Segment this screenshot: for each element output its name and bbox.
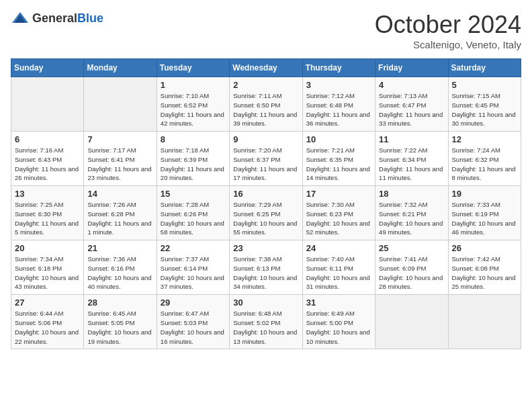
day-info: Sunrise: 7:11 AMSunset: 6:50 PMDaylight:… xyxy=(233,91,298,128)
day-info: Sunrise: 7:26 AMSunset: 6:28 PMDaylight:… xyxy=(87,200,152,237)
calendar-cell: 14 Sunrise: 7:26 AMSunset: 6:28 PMDaylig… xyxy=(84,186,157,240)
day-info: Sunrise: 7:36 AMSunset: 6:16 PMDaylight:… xyxy=(87,255,152,291)
calendar-cell: 16 Sunrise: 7:29 AMSunset: 6:25 PMDaylig… xyxy=(230,186,302,240)
day-info: Sunrise: 7:33 AMSunset: 6:19 PMDaylight:… xyxy=(452,200,517,237)
weekday-header: Sunday xyxy=(11,59,84,77)
calendar-cell: 6 Sunrise: 7:16 AMSunset: 6:43 PMDayligh… xyxy=(11,132,84,186)
logo: GeneralBlue xyxy=(11,11,103,26)
page-header: GeneralBlue October 2024 Scaltenigo, Ven… xyxy=(11,11,521,50)
day-info: Sunrise: 6:45 AMSunset: 5:05 PMDaylight:… xyxy=(87,309,152,346)
calendar-week-row: 13 Sunrise: 7:25 AMSunset: 6:30 PMDaylig… xyxy=(11,186,521,240)
day-info: Sunrise: 7:40 AMSunset: 6:11 PMDaylight:… xyxy=(306,255,371,291)
calendar-cell: 29 Sunrise: 6:47 AMSunset: 5:03 PMDaylig… xyxy=(157,295,229,349)
day-info: Sunrise: 7:25 AMSunset: 6:30 PMDaylight:… xyxy=(15,200,80,237)
calendar-cell: 15 Sunrise: 7:28 AMSunset: 6:26 PMDaylig… xyxy=(157,186,229,240)
calendar-cell: 30 Sunrise: 6:48 AMSunset: 5:02 PMDaylig… xyxy=(230,295,302,349)
day-info: Sunrise: 7:28 AMSunset: 6:26 PMDaylight:… xyxy=(161,200,226,237)
day-number: 22 xyxy=(161,243,226,253)
day-info: Sunrise: 7:20 AMSunset: 6:37 PMDaylight:… xyxy=(233,146,298,183)
day-number: 9 xyxy=(233,134,298,144)
day-number: 8 xyxy=(161,134,226,144)
calendar-cell: 21 Sunrise: 7:36 AMSunset: 6:16 PMDaylig… xyxy=(84,240,157,295)
day-info: Sunrise: 7:12 AMSunset: 6:48 PMDaylight:… xyxy=(306,91,371,128)
day-info: Sunrise: 7:22 AMSunset: 6:34 PMDaylight:… xyxy=(379,146,444,183)
day-info: Sunrise: 7:30 AMSunset: 6:23 PMDaylight:… xyxy=(306,200,371,237)
calendar-cell: 31 Sunrise: 6:49 AMSunset: 5:00 PMDaylig… xyxy=(302,295,375,349)
calendar-cell: 1 Sunrise: 7:10 AMSunset: 6:52 PMDayligh… xyxy=(157,77,229,132)
day-info: Sunrise: 6:48 AMSunset: 5:02 PMDaylight:… xyxy=(233,309,298,346)
calendar-cell xyxy=(448,295,521,349)
day-number: 27 xyxy=(15,298,80,308)
day-number: 7 xyxy=(87,134,152,144)
calendar-cell: 4 Sunrise: 7:13 AMSunset: 6:47 PMDayligh… xyxy=(375,77,448,132)
calendar-cell: 19 Sunrise: 7:33 AMSunset: 6:19 PMDaylig… xyxy=(448,186,521,240)
calendar-cell: 3 Sunrise: 7:12 AMSunset: 6:48 PMDayligh… xyxy=(302,77,375,132)
day-info: Sunrise: 7:13 AMSunset: 6:47 PMDaylight:… xyxy=(379,91,444,128)
day-number: 12 xyxy=(452,134,517,144)
calendar-cell xyxy=(84,77,157,132)
calendar-cell: 20 Sunrise: 7:34 AMSunset: 6:18 PMDaylig… xyxy=(11,240,84,295)
calendar-cell: 10 Sunrise: 7:21 AMSunset: 6:35 PMDaylig… xyxy=(302,132,375,186)
day-number: 2 xyxy=(233,80,298,90)
calendar-cell: 13 Sunrise: 7:25 AMSunset: 6:30 PMDaylig… xyxy=(11,186,84,240)
day-number: 19 xyxy=(452,189,517,199)
calendar-week-row: 1 Sunrise: 7:10 AMSunset: 6:52 PMDayligh… xyxy=(11,77,521,132)
day-number: 16 xyxy=(233,189,298,199)
weekday-header: Friday xyxy=(375,59,448,77)
day-info: Sunrise: 6:44 AMSunset: 5:06 PMDaylight:… xyxy=(15,309,80,346)
day-info: Sunrise: 7:15 AMSunset: 6:45 PMDaylight:… xyxy=(452,91,517,128)
day-info: Sunrise: 7:16 AMSunset: 6:43 PMDaylight:… xyxy=(15,146,80,183)
calendar-cell: 22 Sunrise: 7:37 AMSunset: 6:14 PMDaylig… xyxy=(157,240,229,295)
day-info: Sunrise: 7:24 AMSunset: 6:32 PMDaylight:… xyxy=(452,146,517,183)
day-info: Sunrise: 7:42 AMSunset: 6:08 PMDaylight:… xyxy=(452,255,517,291)
day-number: 15 xyxy=(161,189,226,199)
day-number: 4 xyxy=(379,80,444,90)
calendar-cell: 17 Sunrise: 7:30 AMSunset: 6:23 PMDaylig… xyxy=(302,186,375,240)
weekday-header: Saturday xyxy=(448,59,521,77)
day-number: 23 xyxy=(233,243,298,253)
day-number: 28 xyxy=(87,298,152,308)
day-number: 29 xyxy=(161,298,226,308)
day-info: Sunrise: 7:10 AMSunset: 6:52 PMDaylight:… xyxy=(161,91,226,128)
calendar-cell: 18 Sunrise: 7:32 AMSunset: 6:21 PMDaylig… xyxy=(375,186,448,240)
day-number: 31 xyxy=(306,298,371,308)
day-number: 13 xyxy=(15,189,80,199)
day-info: Sunrise: 6:49 AMSunset: 5:00 PMDaylight:… xyxy=(306,309,371,346)
day-number: 26 xyxy=(452,243,517,253)
calendar-cell: 28 Sunrise: 6:45 AMSunset: 5:05 PMDaylig… xyxy=(84,295,157,349)
location-subtitle: Scaltenigo, Veneto, Italy xyxy=(375,39,521,50)
day-number: 25 xyxy=(379,243,444,253)
day-info: Sunrise: 7:29 AMSunset: 6:25 PMDaylight:… xyxy=(233,200,298,237)
calendar-cell: 24 Sunrise: 7:40 AMSunset: 6:11 PMDaylig… xyxy=(302,240,375,295)
day-info: Sunrise: 7:18 AMSunset: 6:39 PMDaylight:… xyxy=(161,146,226,183)
day-number: 18 xyxy=(379,189,444,199)
month-title: October 2024 xyxy=(375,11,521,39)
calendar-cell: 26 Sunrise: 7:42 AMSunset: 6:08 PMDaylig… xyxy=(448,240,521,295)
day-number: 14 xyxy=(87,189,152,199)
title-area: October 2024 Scaltenigo, Veneto, Italy xyxy=(375,11,521,50)
calendar-cell: 8 Sunrise: 7:18 AMSunset: 6:39 PMDayligh… xyxy=(157,132,229,186)
weekday-header: Monday xyxy=(84,59,157,77)
calendar-cell xyxy=(375,295,448,349)
day-number: 5 xyxy=(452,80,517,90)
day-number: 1 xyxy=(161,80,226,90)
day-number: 20 xyxy=(15,243,80,253)
day-info: Sunrise: 6:47 AMSunset: 5:03 PMDaylight:… xyxy=(161,309,226,346)
calendar-table: SundayMondayTuesdayWednesdayThursdayFrid… xyxy=(11,58,521,349)
calendar-cell: 2 Sunrise: 7:11 AMSunset: 6:50 PMDayligh… xyxy=(230,77,302,132)
day-info: Sunrise: 7:17 AMSunset: 6:41 PMDaylight:… xyxy=(87,146,152,183)
day-number: 24 xyxy=(306,243,371,253)
calendar-week-row: 27 Sunrise: 6:44 AMSunset: 5:06 PMDaylig… xyxy=(11,295,521,349)
day-info: Sunrise: 7:37 AMSunset: 6:14 PMDaylight:… xyxy=(161,255,226,291)
day-info: Sunrise: 7:34 AMSunset: 6:18 PMDaylight:… xyxy=(15,255,80,291)
calendar-week-row: 6 Sunrise: 7:16 AMSunset: 6:43 PMDayligh… xyxy=(11,132,521,186)
weekday-header-row: SundayMondayTuesdayWednesdayThursdayFrid… xyxy=(11,59,521,77)
day-number: 3 xyxy=(306,80,371,90)
weekday-header: Tuesday xyxy=(157,59,229,77)
calendar-cell: 25 Sunrise: 7:41 AMSunset: 6:09 PMDaylig… xyxy=(375,240,448,295)
calendar-cell: 7 Sunrise: 7:17 AMSunset: 6:41 PMDayligh… xyxy=(84,132,157,186)
calendar-cell xyxy=(11,77,84,132)
calendar-cell: 11 Sunrise: 7:22 AMSunset: 6:34 PMDaylig… xyxy=(375,132,448,186)
day-number: 17 xyxy=(306,189,371,199)
weekday-header: Wednesday xyxy=(230,59,302,77)
